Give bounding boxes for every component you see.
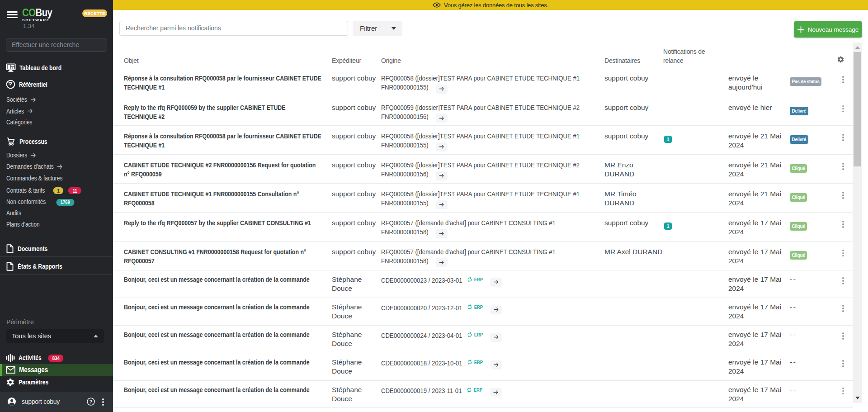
svg-text:?: ?: [90, 399, 93, 404]
